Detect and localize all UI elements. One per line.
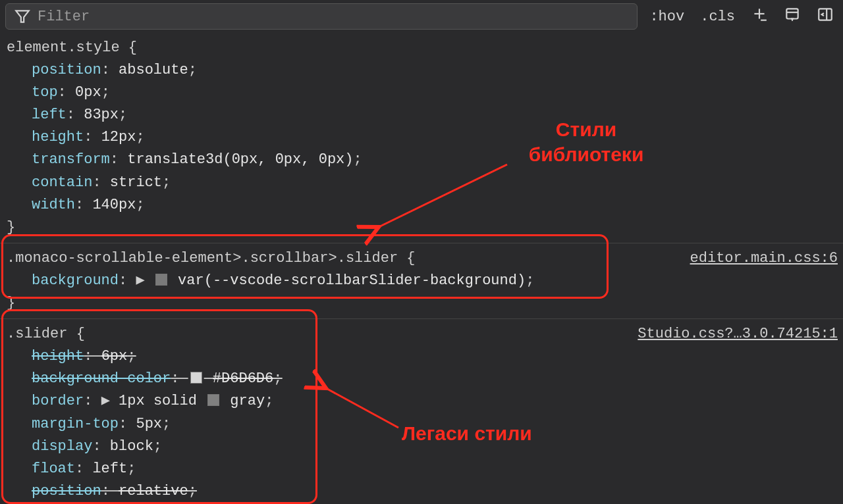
prop-left[interactable]: left: 83px; [7,104,836,126]
prop-legacy-border[interactable]: border: ▶ 1px solid gray; [7,390,836,413]
rule-inline[interactable]: element.style { position: absolute; top:… [0,33,843,243]
hov-toggle[interactable]: :hov [645,6,688,28]
prop-legacy-margintop[interactable]: margin-top: 5px; [7,413,836,436]
selector-inline[interactable]: element.style [7,39,120,56]
prop-position[interactable]: position: absolute; [7,59,836,82]
prop-legacy-height[interactable]: height: 6px; [7,345,836,368]
source-link-legacy[interactable]: Studio.css?…3.0.74215:1 [638,323,838,345]
filter-input[interactable] [38,9,629,25]
prop-background[interactable]: background: ▶ var(--vscode-scrollbarSlid… [7,270,836,292]
color-swatch[interactable] [207,394,219,406]
rule-legacy[interactable]: Studio.css?…3.0.74215:1 .slider { height… [0,318,843,504]
prop-legacy-display[interactable]: display: block; [7,436,836,458]
rule-library[interactable]: editor.main.css:6 .monaco-scrollable-ele… [0,243,843,318]
prop-width[interactable]: width: 140px; [7,194,836,216]
selector-library[interactable]: .monaco-scrollable-element>.scrollbar>.s… [7,250,398,266]
color-swatch[interactable] [155,274,167,286]
svg-rect-4 [786,9,798,18]
prop-transform[interactable]: transform: translate3d(0px, 0px, 0px); [7,149,836,171]
new-rule-button[interactable] [747,3,772,30]
prop-top[interactable]: top: 0px; [7,82,836,104]
styles-toolbar: :hov .cls [0,0,843,33]
styles-panel: element.style { position: absolute; top:… [0,33,843,504]
cls-toggle[interactable]: .cls [696,6,739,28]
expand-icon[interactable]: ▶ [136,272,144,289]
prop-legacy-position[interactable]: position: relative; [7,480,836,503]
prop-legacy-float[interactable]: float: left; [7,458,836,480]
filter-icon [14,8,31,25]
selector-legacy[interactable]: .slider [7,326,67,342]
prop-height[interactable]: height: 12px; [7,126,836,149]
toggle-sidebar-button[interactable] [813,3,838,30]
color-swatch[interactable] [190,372,202,384]
source-link-library[interactable]: editor.main.css:6 [690,247,838,270]
filter-box[interactable] [5,3,638,30]
prop-contain[interactable]: contain: strict; [7,172,836,194]
prop-legacy-bgcolor[interactable]: background-color: #D6D6D6; [7,368,836,390]
svg-marker-0 [16,11,29,22]
computed-panel-button[interactable] [780,3,805,30]
expand-icon[interactable]: ▶ [101,393,110,409]
